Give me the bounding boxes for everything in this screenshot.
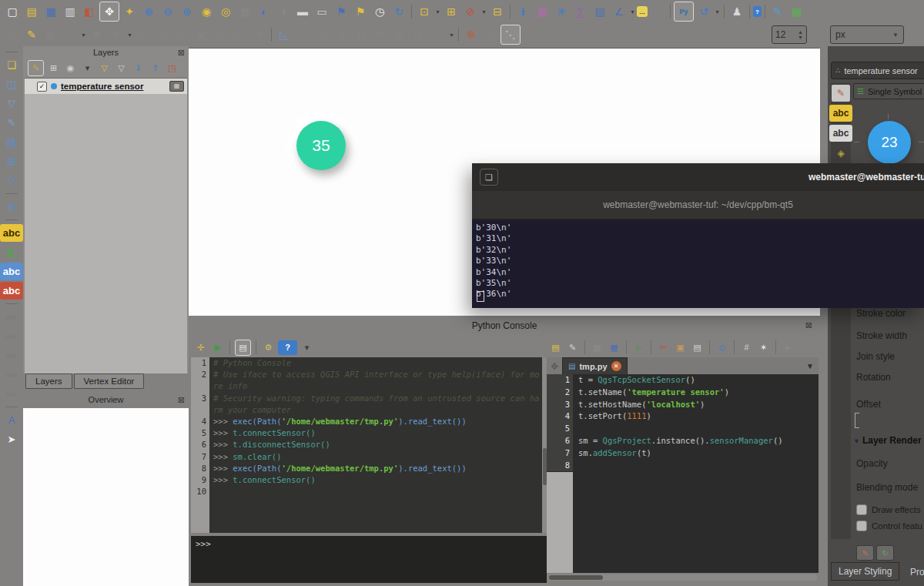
symbology-tab-icon[interactable]: ✎ [832, 85, 850, 102]
select-by-value-icon[interactable]: ⊞ [442, 2, 460, 21]
layer-render-section[interactable]: ▼Layer Render [853, 435, 922, 446]
move-feature-icon[interactable]: ❊ [462, 25, 480, 44]
style-manager-icon[interactable]: ◧ [80, 2, 99, 21]
layer-labeling-icon[interactable]: abc [0, 224, 23, 242]
add-vector-tile-layer-icon[interactable]: ▽ [2, 172, 21, 189]
new-bookmark-icon[interactable]: ⚑ [351, 2, 370, 21]
style-history-button[interactable]: ✎ [856, 545, 874, 561]
digitize-caret-icon[interactable]: ▾ [80, 25, 87, 44]
open-layer-styling-icon[interactable]: ✎ [28, 60, 44, 76]
map-pointer-icon[interactable]: ➤ [2, 430, 21, 448]
toggle-comment-icon[interactable]: # [739, 340, 754, 355]
close-icon[interactable]: ⊠ [178, 48, 185, 57]
console-output[interactable]: 1# Python Console2# Use iface to access … [191, 357, 542, 533]
masks-tab-icon[interactable]: abc [829, 125, 852, 142]
add-database-layer-icon[interactable]: ⊜ [2, 198, 21, 216]
label-rule-based-icon[interactable]: abc [0, 282, 23, 300]
object-inspector-icon[interactable]: ✶ [756, 340, 771, 355]
filter-expression-icon[interactable]: ▽ [114, 61, 129, 75]
close-icon[interactable]: ⊠ [178, 395, 185, 404]
tab-layer-styling[interactable]: Layer Styling [831, 562, 899, 581]
select-features-icon[interactable]: ⊡ [415, 2, 434, 21]
expand-all-icon[interactable]: ⇓ [131, 61, 146, 75]
edit-caret-icon[interactable]: ▾ [448, 25, 455, 44]
annotation-icon[interactable]: ✎ [768, 2, 787, 21]
profile-tool-icon[interactable]: ♟ [728, 2, 746, 21]
zoom-to-layer-icon[interactable]: ◎ [216, 2, 235, 21]
draw-effects-checkbox[interactable] [856, 504, 867, 515]
select-freehand-icon[interactable]: ⊟ [488, 2, 507, 21]
text-annotation-icon[interactable]: A [2, 411, 21, 429]
editor-tab-tmp-py[interactable]: ▤ tmp.py ✕ [562, 357, 628, 374]
project-save-icon[interactable]: ▦ [42, 2, 60, 21]
console-help-icon[interactable]: ? [278, 340, 297, 355]
live-update-button[interactable]: ↻ [876, 545, 894, 561]
editor-hscrollbar[interactable] [548, 574, 817, 581]
layer-styling-shortcut-icon[interactable]: ◧ [2, 243, 21, 261]
map-tips-icon[interactable]: … [637, 6, 648, 17]
offset-field[interactable] [855, 413, 859, 428]
layer-row[interactable]: ✓ temperature sensor ▦ [25, 79, 187, 94]
unit-dropdown[interactable]: px ▼ [830, 25, 904, 44]
undo-caret-icon[interactable]: ▾ [714, 2, 721, 21]
save-checked-icon[interactable]: ▦ [607, 340, 621, 355]
terminal-titlebar[interactable]: ❏ webmaster@webmaster-tuf: ~/dev/cpp/bm-… [472, 163, 924, 191]
statistical-summary-icon[interactable]: ∑ [571, 2, 590, 21]
manage-map-themes-icon[interactable]: ◉ [63, 61, 78, 75]
python-console-icon[interactable]: Py [674, 2, 694, 22]
terminal-output[interactable]: b'30\n'b'31\n'b'32\n'b'33\n'b'34\n'b'35\… [472, 220, 924, 308]
processing-toolbox-icon[interactable]: ✳ [552, 2, 571, 21]
open-script-icon[interactable]: ▤ [548, 340, 563, 355]
code-editor[interactable]: 1t = QgsTcpSocketSensor()2t.setName('tem… [547, 374, 819, 573]
collapse-all-icon[interactable]: ⇑ [148, 61, 162, 75]
zoom-last-icon[interactable]: ◐ [255, 2, 273, 21]
save-script-as-icon[interactable]: ✎ [565, 340, 580, 355]
zoom-full-icon[interactable]: ⊛ [178, 2, 196, 21]
add-raster-layer-icon[interactable]: ◫ [2, 75, 21, 93]
tab-close-icon[interactable]: ✕ [611, 361, 621, 371]
remove-layer-icon[interactable]: ◳ [165, 61, 179, 75]
font-size-spinner[interactable]: 12 ▲▼ [772, 25, 807, 44]
add-mesh-layer-icon[interactable]: ▽ [2, 95, 21, 112]
select-features-caret-icon[interactable]: ▾ [434, 2, 441, 21]
datasource-manager-icon[interactable]: ❏ [2, 56, 21, 74]
control-feature-checkbox[interactable] [856, 521, 867, 531]
add-group-icon[interactable]: ⊞ [46, 61, 61, 75]
console-options-icon[interactable]: ⚙ [261, 340, 276, 355]
measure-icon[interactable]: ∠ [610, 2, 628, 21]
layout-manager-icon[interactable]: ▭ [313, 2, 331, 21]
tab-layers[interactable]: Layers [25, 373, 72, 389]
spinner-arrows-icon[interactable]: ▲▼ [798, 29, 803, 40]
show-bookmarks-icon[interactable]: ⚑ [332, 2, 350, 21]
zoom-in-icon[interactable]: ⊕ [139, 2, 158, 21]
scrollbar-handle[interactable] [549, 575, 603, 580]
project-new-icon[interactable]: ▢ [3, 2, 22, 21]
snapping-options-icon[interactable]: ◺ [275, 25, 293, 44]
help-caret-icon[interactable]: ▾ [300, 340, 314, 355]
move-tab-icon[interactable]: ✥ [547, 359, 562, 374]
show-editor-icon[interactable]: ▤ [235, 340, 251, 356]
add-delimited-text-layer-icon[interactable]: ▤ [2, 133, 21, 151]
terminal-tab[interactable]: webmaster@webmaster-tuf: ~/dev/cpp/bm-qt… [472, 191, 924, 220]
clear-console-icon[interactable]: ✢ [193, 340, 208, 355]
symbol-type-dropdown[interactable]: ☰ Single Symbol [853, 83, 924, 99]
annotation-rect-icon[interactable]: ⋱ [500, 25, 521, 45]
toggle-editing-icon[interactable]: ✎ [22, 25, 41, 44]
tab-vertex-editor[interactable]: Vertex Editor [74, 373, 145, 389]
view-3d-tab-icon[interactable]: ◈ [832, 145, 850, 162]
attribute-table-icon[interactable]: ▤ [591, 2, 609, 21]
labels-tab-icon[interactable]: abc [829, 105, 852, 122]
pan-to-selection-icon[interactable]: ✦ [120, 2, 139, 21]
add-point-cloud-layer-icon[interactable]: ✎ [2, 114, 21, 132]
tab-list-dropdown-icon[interactable]: ▼ [806, 362, 814, 370]
zoom-to-selection-icon[interactable]: ◉ [197, 2, 216, 21]
tab-processing[interactable]: Proc [910, 567, 924, 578]
vertex-caret-icon[interactable]: ▾ [126, 25, 133, 44]
pan-map-icon[interactable]: ✥ [99, 2, 119, 22]
layer-checkbox[interactable]: ✓ [37, 82, 47, 92]
console-input[interactable]: >>> [191, 536, 547, 583]
copy-icon[interactable]: ▣ [673, 340, 688, 355]
zoom-out-icon[interactable]: ⊖ [159, 2, 177, 21]
deselect-features-icon[interactable]: ⊘ [461, 2, 480, 21]
temporal-controller-icon[interactable]: ◷ [370, 2, 389, 21]
